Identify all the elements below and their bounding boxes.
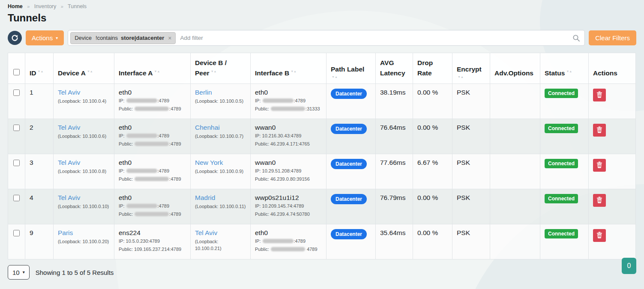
- row-checkbox[interactable]: [13, 125, 20, 131]
- device-a-loopback: (Loopback: 10.100.0.4): [58, 98, 110, 105]
- redacted-ip: [271, 247, 305, 251]
- col-device-a[interactable]: Device A▼▲: [54, 53, 114, 84]
- row-checkbox[interactable]: [13, 230, 20, 236]
- add-filter-input[interactable]: [180, 35, 568, 41]
- row-id-cell: 9: [25, 224, 54, 259]
- sort-icons[interactable]: ▼▲: [566, 70, 572, 73]
- col-drop-rate-label: Drop Rate: [417, 59, 433, 77]
- ip-value: :4789: [169, 212, 181, 217]
- adv-options-cell: [490, 84, 540, 119]
- sort-icons[interactable]: ▼▲: [38, 70, 44, 73]
- actions-cell: [589, 119, 636, 154]
- breadcrumb-inventory[interactable]: Inventory: [34, 3, 56, 9]
- sort-icons[interactable]: ▼▲: [332, 75, 371, 78]
- delete-button[interactable]: [593, 229, 606, 242]
- status-badge: Connected: [545, 229, 578, 238]
- sort-icons[interactable]: ▼▲: [211, 70, 217, 73]
- filter-chip[interactable]: Device !contains store|datacenter ×: [70, 32, 176, 44]
- filter-chip-value: store|datacenter: [121, 35, 164, 41]
- device-b-link[interactable]: Chenhai: [195, 124, 220, 131]
- delete-button[interactable]: [593, 194, 606, 207]
- path-label-cell: Datacenter: [326, 84, 376, 119]
- device-b-cell: New York(Loopback: 10.100.0.9): [191, 154, 251, 189]
- ip-label: IP:: [119, 98, 126, 103]
- ip-line: IP: :4789: [119, 203, 186, 210]
- ip-line: IP: :4789: [255, 98, 322, 104]
- interface-b-cell: wwan0IP: 10.216.30.43:4789Public: 46.239…: [251, 119, 326, 154]
- ip-value: 46.239.4.171:4765: [270, 141, 310, 146]
- filter-chip-remove-icon[interactable]: ×: [168, 35, 171, 42]
- ip-line: Public: :4789: [119, 211, 186, 218]
- redacted-ip: [126, 134, 157, 138]
- status-cell: Connected: [540, 154, 589, 189]
- clear-filters-button[interactable]: Clear Filters: [589, 30, 636, 45]
- table-header: ID▼▲ Device A▼▲ Interface A▼▲ Device B /…: [8, 53, 636, 84]
- trash-icon: [596, 197, 602, 205]
- device-b-cell: Tel Aviv(Loopback: 10.100.0.21): [191, 224, 251, 259]
- tunnels-table: ID▼▲ Device A▼▲ Interface A▼▲ Device B /…: [8, 53, 636, 259]
- ip-label: Public:: [255, 141, 270, 146]
- breadcrumb-home[interactable]: Home: [8, 3, 23, 9]
- select-all-checkbox[interactable]: [13, 69, 20, 75]
- ip-label: Public:: [255, 212, 270, 217]
- refresh-button[interactable]: [8, 31, 22, 45]
- device-a-link[interactable]: Paris: [58, 229, 73, 236]
- trash-icon: [596, 232, 602, 240]
- device-b-link[interactable]: Tel Aviv: [195, 229, 217, 236]
- col-device-b-peer[interactable]: Device B / Peer▼▲: [191, 53, 251, 84]
- refresh-icon: [11, 34, 18, 42]
- col-actions: Actions: [589, 53, 636, 84]
- encrypt-cell: PSK: [452, 154, 490, 189]
- delete-button[interactable]: [593, 159, 606, 172]
- device-a-loopback: (Loopback: 10.100.0.6): [58, 133, 110, 140]
- path-label-badge: Datacenter: [331, 194, 367, 204]
- trash-icon: [596, 91, 602, 99]
- device-b-cell: Berlin(Loopback: 10.100.0.5): [191, 84, 251, 119]
- device-a-link[interactable]: Tel Aviv: [58, 159, 80, 166]
- device-b-link[interactable]: Berlin: [195, 89, 212, 96]
- ip-label: Public:: [119, 106, 134, 111]
- delete-button[interactable]: [593, 124, 606, 137]
- col-device-a-label: Device A: [58, 69, 86, 77]
- ip-value: 10.5.0.230:4789: [126, 238, 160, 244]
- actions-button[interactable]: Actions ▾: [26, 30, 64, 45]
- device-b-link[interactable]: New York: [195, 159, 223, 166]
- device-b-link[interactable]: Madrid: [195, 194, 215, 201]
- delete-button[interactable]: [593, 89, 606, 101]
- filter-bar[interactable]: Device !contains store|datacenter ×: [68, 30, 585, 46]
- col-interface-b[interactable]: Interface B▼▲: [251, 53, 326, 84]
- col-actions-label: Actions: [593, 69, 617, 77]
- col-interface-a[interactable]: Interface A▼▲: [114, 53, 191, 84]
- col-status[interactable]: Status▼▲: [540, 53, 589, 84]
- ip-value: 4789: [306, 247, 318, 252]
- redacted-ip: [263, 239, 294, 243]
- ip-label: IP:: [119, 133, 126, 138]
- page-size-value: 10: [12, 269, 20, 276]
- notification-counter-button[interactable]: 0: [622, 258, 636, 274]
- search-icon[interactable]: [572, 34, 580, 42]
- col-encrypt[interactable]: Encrypt ▼▲: [452, 53, 490, 84]
- sort-icons[interactable]: ▼▲: [154, 70, 160, 73]
- sort-icons[interactable]: ▼▲: [291, 70, 297, 73]
- row-checkbox[interactable]: [13, 195, 20, 201]
- col-path-label[interactable]: Path Label ▼▲: [326, 53, 376, 84]
- ip-line: Public: 4789: [255, 246, 322, 253]
- row-checkbox[interactable]: [13, 89, 20, 96]
- col-id-label: ID: [30, 69, 36, 77]
- device-a-link[interactable]: Tel Aviv: [58, 194, 80, 201]
- col-id[interactable]: ID▼▲: [25, 53, 54, 84]
- breadcrumb-separator: »: [61, 4, 63, 9]
- page-size-select[interactable]: 10 ▾: [8, 265, 30, 280]
- trash-icon: [596, 126, 602, 134]
- status-cell: Connected: [540, 119, 589, 154]
- interface-b-name: wwp0s21u1i12: [255, 194, 322, 202]
- sort-icons[interactable]: ▼▲: [458, 75, 485, 78]
- page-container: Home » Inventory » Tunnels Tunnels Actio…: [0, 0, 644, 280]
- sort-icons[interactable]: ▼▲: [87, 70, 93, 73]
- device-a-link[interactable]: Tel Aviv: [58, 89, 80, 96]
- encrypt-cell: PSK: [452, 224, 490, 259]
- row-checkbox[interactable]: [13, 160, 20, 166]
- device-a-link[interactable]: Tel Aviv: [58, 124, 80, 131]
- interface-a-cell: eth0IP: :4789Public: :4789: [114, 84, 191, 119]
- ip-line: Public: :4789: [119, 176, 186, 183]
